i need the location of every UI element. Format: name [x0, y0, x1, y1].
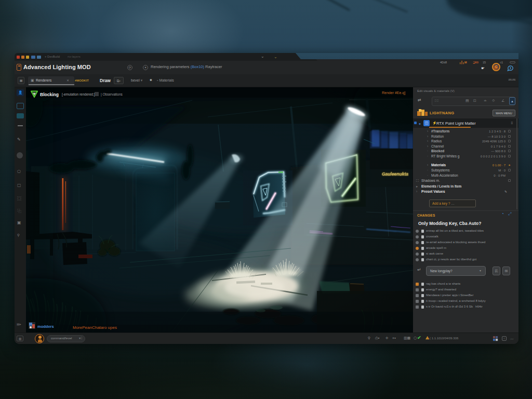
svg-text:[-emulation rendered;]: [-emulation rendered;] [62, 92, 95, 97]
svg-text:| Observations: | Observations [101, 92, 123, 97]
svg-text:Render #Ee.q]: Render #Ee.q] [382, 91, 405, 95]
svg-text:MorePeanChataro upes: MorePeanChataro upes [73, 325, 117, 330]
svg-text:modders: modders [37, 324, 54, 329]
svg-text:Blocking: Blocking [40, 92, 59, 97]
svg-text:Gauleenukta: Gauleenukta [382, 171, 408, 177]
